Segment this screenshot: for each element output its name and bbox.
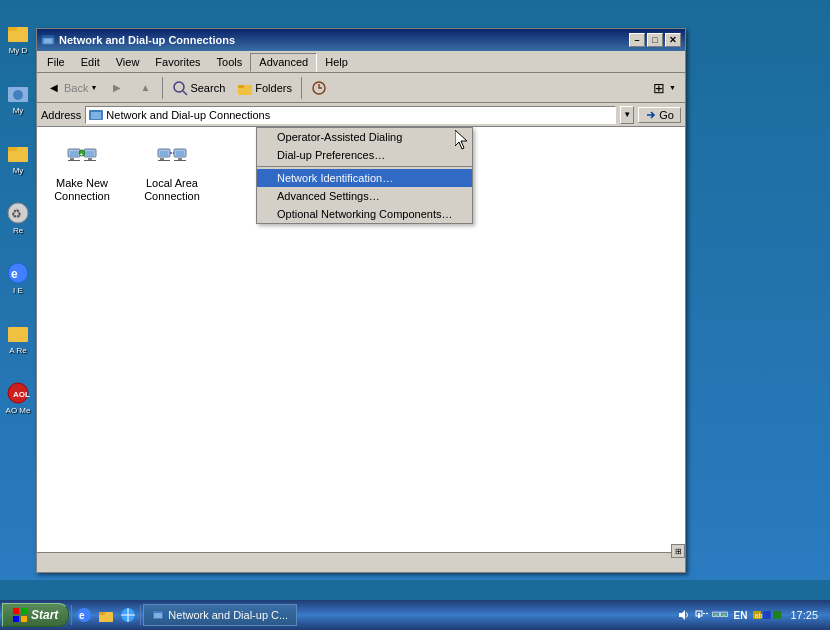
start-button[interactable]: Start — [2, 603, 69, 627]
svg-rect-41 — [174, 160, 186, 161]
go-button[interactable]: Go — [638, 107, 681, 123]
tray-network-2[interactable] — [712, 607, 728, 623]
forward-button[interactable] — [104, 77, 130, 99]
svg-rect-47 — [21, 616, 27, 622]
desktop-icon-area: My D My My ♻ Re e I E A Re AOL AO Me — [0, 0, 36, 580]
svg-text:♻: ♻ — [11, 207, 22, 221]
main-window: Network and Dial-up Connections – □ ✕ Fi… — [36, 28, 686, 573]
back-button[interactable]: Back ▼ — [41, 77, 102, 99]
menu-tools[interactable]: Tools — [209, 54, 251, 70]
maximize-button[interactable]: □ — [647, 33, 663, 47]
svg-rect-25 — [70, 158, 74, 160]
tray-extra-icons[interactable]: ab — [752, 607, 782, 623]
history-icon — [311, 80, 327, 96]
desktop-icon-label-3: My — [13, 167, 24, 176]
search-button[interactable]: Search — [167, 77, 230, 99]
address-dropdown[interactable]: ▼ — [620, 106, 634, 124]
start-label: Start — [31, 608, 58, 622]
back-label: Back — [64, 82, 88, 94]
start-icon — [13, 608, 27, 622]
desktop-icon-recycle[interactable]: ♻ Re — [0, 188, 36, 248]
svg-point-3 — [13, 90, 23, 100]
svg-rect-40 — [178, 158, 182, 160]
menu-advanced[interactable]: Advanced — [250, 53, 317, 72]
svg-point-16 — [174, 82, 184, 92]
menu-edit[interactable]: Edit — [73, 54, 108, 70]
taskbar-window-icon — [152, 609, 164, 621]
dialup-prefs-item[interactable]: Dial-up Preferences… — [257, 146, 472, 164]
svg-rect-46 — [13, 616, 19, 622]
svg-rect-63 — [715, 614, 719, 617]
svg-rect-36 — [160, 158, 164, 160]
svg-rect-24 — [70, 151, 78, 156]
toolbar-right: ▼ — [646, 77, 681, 99]
optional-networking-item[interactable]: Optional Networking Components… — [257, 205, 472, 223]
svg-rect-15 — [42, 36, 54, 39]
menu-favorites[interactable]: Favorites — [147, 54, 208, 70]
menu-separator — [257, 166, 472, 167]
svg-rect-30 — [84, 160, 96, 161]
svg-rect-65 — [723, 614, 727, 617]
quicklaunch-folder[interactable] — [98, 607, 114, 623]
svg-rect-29 — [88, 158, 92, 160]
svg-rect-61 — [706, 613, 708, 614]
advanced-settings-item[interactable]: Advanced Settings… — [257, 187, 472, 205]
up-button[interactable] — [132, 77, 158, 99]
desktop-icon-label-5: I E — [13, 287, 23, 296]
desktop-icon-aol[interactable]: AOL AO Me — [0, 368, 36, 428]
address-value: Network and Dial-up Connections — [106, 109, 270, 121]
address-input[interactable]: Network and Dial-up Connections — [85, 106, 616, 124]
taskbar: Start e Network and Dial-up C... — [0, 600, 830, 630]
forward-icon — [109, 80, 125, 96]
toolbar-sep-1 — [162, 77, 163, 99]
toolbar: Back ▼ Search Folders — [37, 73, 685, 103]
up-icon — [137, 80, 153, 96]
address-bar: Address Network and Dial-up Connections … — [37, 103, 685, 127]
svg-rect-5 — [8, 147, 17, 151]
desktop-icon-label-2: My — [13, 107, 24, 116]
svg-rect-60 — [703, 613, 705, 614]
make-new-connection-label: Make New Connection — [51, 177, 113, 203]
window-title: Network and Dial-up Connections — [59, 34, 235, 46]
svg-text:ab: ab — [755, 612, 763, 619]
desktop-icon-my-3[interactable]: My — [0, 128, 36, 188]
desktop-icon-ie[interactable]: e I E — [0, 248, 36, 308]
make-new-connection-icon[interactable]: + Make New Connection — [47, 137, 117, 207]
tray-lang[interactable]: EN — [730, 607, 750, 623]
view-button[interactable]: ▼ — [646, 77, 681, 99]
taskbar-sep — [71, 605, 72, 625]
menu-view[interactable]: View — [108, 54, 148, 70]
operator-assisted-item[interactable]: Operator-Assisted Dialing — [257, 128, 472, 146]
minimize-button[interactable]: – — [629, 33, 645, 47]
title-bar: Network and Dial-up Connections – □ ✕ — [37, 29, 685, 51]
taskbar-window-btn[interactable]: Network and Dial-up C... — [143, 604, 297, 626]
tray-network-1[interactable] — [694, 607, 710, 623]
go-icon — [645, 109, 657, 121]
folders-button[interactable]: Folders — [232, 77, 297, 99]
toolbar-sep-2 — [301, 77, 302, 99]
quicklaunch-ie[interactable]: e — [76, 607, 92, 623]
title-bar-buttons: – □ ✕ — [629, 33, 681, 47]
svg-rect-51 — [99, 612, 105, 615]
svg-rect-10 — [8, 327, 28, 342]
menu-file[interactable]: File — [39, 54, 73, 70]
desktop-icon-a-re[interactable]: A Re — [0, 308, 36, 368]
make-new-connection-image: + — [66, 141, 98, 173]
network-id-item[interactable]: Network Identification… — [257, 169, 472, 187]
desktop-icon-my-docs[interactable]: My D — [0, 8, 36, 68]
go-label: Go — [659, 109, 674, 121]
local-area-connection-image — [156, 141, 188, 173]
menu-help[interactable]: Help — [317, 54, 356, 70]
quicklaunch-network[interactable] — [120, 607, 136, 623]
folders-icon — [237, 80, 253, 96]
desktop-icon-my-2[interactable]: My — [0, 68, 36, 128]
local-area-connection-icon[interactable]: Local Area Connection — [137, 137, 207, 207]
desktop-icon-label-4: Re — [13, 227, 23, 236]
clock[interactable]: 17:25 — [784, 609, 824, 621]
tray-volume[interactable] — [676, 607, 692, 623]
svg-rect-59 — [698, 613, 700, 618]
svg-rect-45 — [21, 608, 27, 614]
history-button[interactable] — [306, 77, 332, 99]
svg-rect-19 — [238, 85, 244, 88]
close-button[interactable]: ✕ — [665, 33, 681, 47]
